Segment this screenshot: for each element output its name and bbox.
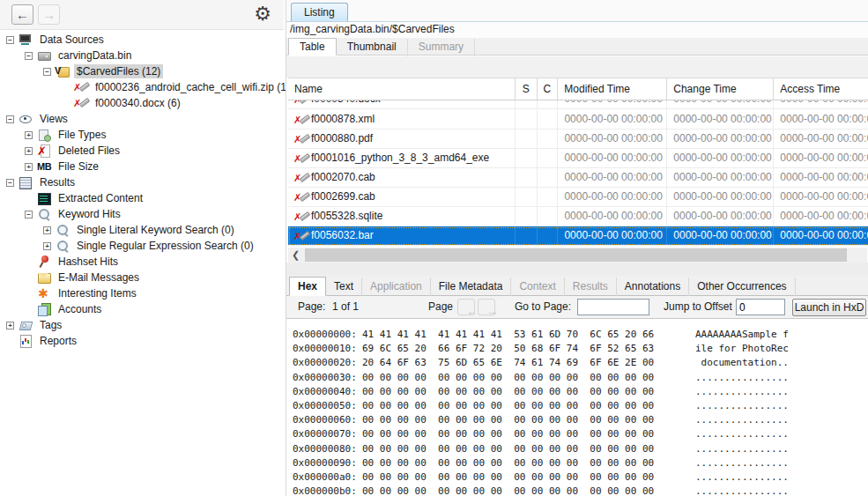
carved-file-icon: [294, 152, 308, 166]
hex-address: 0x00000030:: [286, 371, 362, 385]
tree-item-label: Reports: [37, 334, 79, 348]
hex-bytes: 00 00 00 00 00 00 00 00 00 00 00 00 00 0…: [362, 485, 685, 496]
goto-page-input[interactable]: [577, 299, 649, 315]
tree-item-file-types[interactable]: +File Types: [0, 127, 284, 143]
table-row[interactable]: f0001016_python_3_8_3_amd64_exe0000-00-0…: [288, 149, 868, 168]
expand-icon[interactable]: +: [43, 226, 51, 234]
search-icon: [56, 223, 70, 237]
splitter[interactable]: [286, 263, 868, 276]
hex-line: 0x00000010:69 6C 65 20 66 6F 72 20 50 68…: [286, 342, 868, 356]
listing-tab-label: Listing: [304, 6, 335, 19]
forward-button[interactable]: →: [38, 4, 60, 25]
table-row[interactable]: f0000878.xml0000-00-00 00:00:000000-00-0…: [288, 110, 868, 130]
drive-icon: [37, 48, 51, 63]
jump-offset-input[interactable]: [736, 299, 785, 315]
tree-item-keyword-hits[interactable]: −Keyword Hits: [0, 206, 284, 222]
tag-icon: [19, 318, 33, 332]
table-row[interactable]: f0002699.cab0000-00-00 00:00:000000-00-0…: [288, 188, 868, 207]
tree-item-reports[interactable]: Reports: [0, 333, 284, 349]
column-header-name[interactable]: Name: [288, 78, 516, 100]
tab-text[interactable]: Text: [326, 278, 362, 297]
hex-address: 0x00000040:: [286, 385, 362, 399]
collapse-icon[interactable]: −: [43, 68, 51, 76]
page-prev-button[interactable]: ←: [457, 299, 475, 315]
gear-icon[interactable]: ⚙: [254, 3, 271, 26]
cell-s: [516, 149, 538, 167]
page-next-button[interactable]: →: [478, 299, 495, 315]
tree-item-extracted-content[interactable]: Extracted Content: [0, 190, 284, 206]
column-header-change-time[interactable]: Change Time: [667, 78, 774, 100]
collapse-icon[interactable]: −: [6, 115, 14, 123]
collapse-icon[interactable]: −: [6, 36, 14, 44]
tree-item-single-regular-expression-search-0[interactable]: +Single Regular Expression Search (0): [0, 238, 284, 254]
column-header-c[interactable]: C: [538, 78, 559, 100]
table-row[interactable]: f0056032.bar0000-00-00 00:00:000000-00-0…: [288, 226, 868, 246]
tree-item-deleted-files[interactable]: +Deleted Files: [0, 143, 284, 159]
tree-item-label: File Types: [56, 128, 108, 142]
hex-viewer[interactable]: 0x00000000:41 41 41 41 41 41 41 41 53 61…: [286, 319, 868, 496]
hex-line: 0x00000050:00 00 00 00 00 00 00 00 00 00…: [286, 399, 868, 413]
tree-item-data-sources[interactable]: −Data Sources: [0, 32, 284, 48]
page-nav-label: Page: [428, 300, 453, 313]
back-button[interactable]: ←: [11, 4, 33, 25]
collapse-icon[interactable]: −: [6, 179, 14, 187]
tab-context: Context: [511, 278, 564, 297]
tree-item-file-size[interactable]: +File Size: [0, 159, 284, 174]
tree-item-e-mail-messages[interactable]: E-Mail Messages: [0, 270, 284, 285]
tab-annotations[interactable]: Annotations: [617, 278, 689, 297]
expand-icon[interactable]: +: [25, 163, 33, 171]
chevron-left-icon[interactable]: ❮: [288, 248, 303, 263]
hex-bytes: 00 00 00 00 00 00 00 00 00 00 00 00 00 0…: [362, 371, 685, 385]
expand-icon[interactable]: +: [25, 147, 33, 155]
folder-v-icon: [56, 64, 70, 78]
tree-item-accounts[interactable]: Accounts: [0, 301, 284, 317]
expand-icon[interactable]: +: [6, 322, 14, 329]
tree-item-results[interactable]: −Results: [0, 174, 284, 190]
tab-file-metadata[interactable]: File Metadata: [431, 278, 512, 297]
collapse-icon[interactable]: −: [25, 211, 33, 218]
tab-listing[interactable]: Listing: [291, 3, 348, 21]
tab-other-occurrences[interactable]: Other Occurrences: [689, 278, 795, 297]
tree-item-f0000340-docx-6[interactable]: f0000340.docx (6): [0, 95, 284, 111]
hex-address: 0x00000070:: [286, 427, 362, 441]
cell-change-time: 0000-00-00 00:00:00: [667, 110, 774, 129]
table-header-row: NameSCModified TimeChange TimeAccess Tim…: [288, 78, 868, 100]
cell-access-time: 0000-00-00 00:00:00: [774, 168, 868, 187]
table-row[interactable]: f0000880.pdf0000-00-00 00:00:000000-00-0…: [288, 130, 868, 149]
hex-address: 0x00000010:: [286, 342, 362, 356]
table-row[interactable]: f0000340.docx0000-00-00 00:00:000000-00-…: [288, 100, 868, 109]
expand-icon[interactable]: +: [43, 242, 51, 250]
tree-item-label: Tags: [37, 318, 64, 332]
page-label: Page:: [298, 300, 325, 313]
column-header-s[interactable]: S: [516, 78, 538, 100]
tree-item-hashset-hits[interactable]: Hashset Hits: [0, 254, 284, 270]
tree-toolbar: ← → ⚙: [0, 0, 284, 30]
table-horizontal-scrollbar[interactable]: ❮: [288, 248, 867, 263]
tree-item-views[interactable]: −Views: [0, 111, 284, 127]
tree-item-tags[interactable]: +Tags: [0, 317, 284, 333]
expand-icon[interactable]: +: [25, 131, 33, 139]
tab-table[interactable]: Table: [288, 38, 337, 56]
tree-item-single-literal-keyword-search-0[interactable]: +Single Literal Keyword Search (0): [0, 222, 284, 238]
table-row[interactable]: f0002070.cab0000-00-00 00:00:000000-00-0…: [288, 168, 868, 188]
tree-item-label: Single Regular Expression Search (0): [74, 239, 256, 253]
tree-item-label: Views: [37, 112, 70, 126]
hex-address: 0x00000050:: [286, 399, 362, 413]
tab-hex[interactable]: Hex: [289, 277, 326, 296]
tree-item-f0000236-android-cache-cell-wifi-zip-1[interactable]: f0000236_android_cache_cell_wifi.zip (1): [0, 79, 284, 95]
table-row[interactable]: f0055328.sqlite0000-00-00 00:00:000000-0…: [288, 207, 868, 226]
tree-item-interesting-items[interactable]: Interesting Items: [0, 285, 284, 301]
cell-access-time: 0000-00-00 00:00:00: [774, 100, 868, 108]
tab-thumbnail[interactable]: Thumbnail: [337, 39, 408, 56]
file-name: f0002070.cab: [311, 168, 375, 187]
scrollbar-thumb[interactable]: [305, 248, 847, 262]
cell-access-time: 0000-00-00 00:00:00: [774, 188, 868, 206]
cell-s: [516, 110, 538, 129]
launch-hxd-button[interactable]: Launch in HxD: [792, 299, 866, 316]
collapse-icon[interactable]: −: [25, 52, 33, 60]
tree-item-carvedfiles-12[interactable]: −$CarvedFiles (12): [0, 63, 284, 79]
column-header-access-time[interactable]: Access Time: [774, 78, 868, 100]
tree-item-carvingdata-bin[interactable]: −carvingData.bin: [0, 48, 284, 63]
column-header-modified-time[interactable]: Modified Time: [558, 78, 667, 100]
file-table: NameSCModified TimeChange TimeAccess Tim…: [288, 78, 868, 246]
